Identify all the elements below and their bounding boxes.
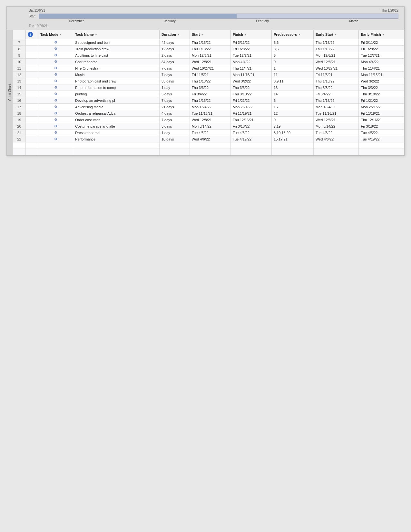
- table-row[interactable]: 15⚙printing5 daysFri 3/4/22Thu 3/10/2214…: [13, 91, 404, 97]
- col-task-mode[interactable]: Task Mode ▼: [38, 30, 73, 39]
- row-number: 9: [13, 52, 26, 59]
- finish-cell: Fri 11/19/21: [230, 110, 271, 117]
- finish-cell: Mon 4/4/22: [230, 59, 271, 65]
- predecessors-cell: 3,6: [272, 46, 314, 52]
- table-row[interactable]: 14⚙Enter information to comp1 dayThu 3/3…: [13, 84, 404, 91]
- row-info-cell: [26, 136, 38, 142]
- early-start-cell: Thu 1/13/22: [313, 97, 359, 104]
- task-name-cell: Costume parade and alte: [73, 123, 160, 130]
- early-start-cell: Thu 1/13/22: [313, 78, 359, 84]
- predecessors-sort-icon: ▼: [298, 33, 301, 36]
- task-name-sort-icon: ▼: [95, 33, 98, 36]
- start-cell: Wed 12/8/21: [190, 59, 230, 65]
- start-cell: Thu 1/13/22: [190, 78, 230, 84]
- task-mode-icon: ⚙: [54, 53, 57, 57]
- task-mode-cell: ⚙: [38, 59, 73, 65]
- early-start-sort-icon: ▼: [334, 33, 337, 36]
- col-early-start[interactable]: Early Start ▼: [313, 30, 359, 39]
- col-start[interactable]: Start ▼: [190, 30, 230, 39]
- table-row[interactable]: 20⚙Costume parade and alte5 daysMon 3/14…: [13, 123, 404, 130]
- row-info-cell: [26, 39, 38, 46]
- finish-cell: Thu 12/16/21: [230, 117, 271, 123]
- task-name-cell: Auditions to hire cast: [73, 52, 160, 59]
- early-start-cell: Wed 12/8/21: [313, 117, 359, 123]
- table-row[interactable]: 9⚙Auditions to hire cast2 daysMon 12/6/2…: [13, 52, 404, 59]
- early-finish-cell: Thu 3/3/22: [359, 84, 404, 91]
- duration-cell: 2 days: [159, 52, 190, 59]
- task-mode-cell: ⚙: [38, 130, 73, 136]
- table-row[interactable]: 18⚙Orchestra rehearsal Adva4 daysTue 11/…: [13, 110, 404, 117]
- start-cell: Wed 4/6/22: [190, 136, 230, 142]
- task-mode-cell: ⚙: [38, 84, 73, 91]
- task-mode-cell: ⚙: [38, 123, 73, 130]
- table-row[interactable]: 22⚙Performance10 daysWed 4/6/22Tue 4/19/…: [13, 136, 404, 142]
- col-info: i: [26, 30, 38, 39]
- task-mode-cell: ⚙: [38, 136, 73, 142]
- early-start-cell: Wed 10/27/21: [313, 65, 359, 72]
- table-row[interactable]: 11⚙Hire Orchestra7 daysWed 10/27/21Thu 1…: [13, 65, 404, 72]
- empty-row: [13, 149, 404, 155]
- table-row[interactable]: 17⚙Advertising media21 daysMon 1/24/22Mo…: [13, 104, 404, 110]
- col-finish[interactable]: Finish ▼: [230, 30, 271, 39]
- col-predecessors[interactable]: Predecessors ▼: [272, 30, 314, 39]
- finish-cell: Tue 4/5/22: [230, 130, 271, 136]
- early-start-cell: Thu 3/3/22: [313, 84, 359, 91]
- table-row[interactable]: 21⚙Dress rehearsal1 dayTue 4/5/22Tue 4/5…: [13, 130, 404, 136]
- row-number: 13: [13, 78, 26, 84]
- early-finish-cell: Fri 3/11/22: [359, 39, 404, 46]
- task-name-cell: Advertising media: [73, 104, 160, 110]
- task-name-cell: Enter information to comp: [73, 84, 160, 91]
- early-start-cell: Mon 1/24/22: [313, 104, 359, 110]
- duration-cell: 12 days: [159, 46, 190, 52]
- task-mode-icon: ⚙: [54, 105, 57, 109]
- month-february: February: [256, 19, 269, 23]
- start-cell: Mon 12/6/21: [190, 52, 230, 59]
- predecessors-cell: 11: [272, 72, 314, 78]
- outer-container: Sat 11/6/21 Thu 1/20/22 Start December J…: [0, 0, 411, 532]
- task-name-cell: Orchestra rehearsal Adva: [73, 110, 160, 117]
- row-info-cell: [26, 65, 38, 72]
- task-mode-icon: ⚙: [54, 137, 57, 141]
- early-finish-cell: Tue 4/5/22: [359, 130, 404, 136]
- start-cell: Thu 1/13/22: [190, 39, 230, 46]
- table-row[interactable]: 10⚙Cast rehearsal84 daysWed 12/8/21Mon 4…: [13, 59, 404, 65]
- early-finish-cell: Tue 4/19/22: [359, 136, 404, 142]
- row-number: 14: [13, 84, 26, 91]
- duration-cell: 4 days: [159, 110, 190, 117]
- finish-cell: Fri 3/11/22: [230, 39, 271, 46]
- table-row[interactable]: 12⚙Music7 daysFri 11/5/21Mon 11/15/2111F…: [13, 72, 404, 78]
- col-early-finish[interactable]: Early Finish ▼: [359, 30, 404, 39]
- finish-cell: Mon 2/21/22: [230, 104, 271, 110]
- predecessors-cell: 7,19: [272, 123, 314, 130]
- gantt-table: i Task Mode ▼ Task Name: [13, 30, 404, 155]
- task-mode-icon: ⚙: [54, 79, 57, 83]
- table-row[interactable]: 8⚙Train production crew12 daysThu 1/13/2…: [13, 46, 404, 52]
- duration-cell: 7 days: [159, 65, 190, 72]
- early-finish-cell: Fri 3/18/22: [359, 123, 404, 130]
- duration-cell: 84 days: [159, 59, 190, 65]
- start-cell: Wed 10/27/21: [190, 65, 230, 72]
- row-number: 15: [13, 91, 26, 97]
- task-name-cell: Order costumes: [73, 117, 160, 123]
- early-finish-cell: Mon 2/21/22: [359, 104, 404, 110]
- task-name-cell: Develop an advertising pl: [73, 97, 160, 104]
- early-finish-cell: Fri 1/28/22: [359, 46, 404, 52]
- predecessors-cell: 6: [272, 97, 314, 104]
- table-row[interactable]: 16⚙Develop an advertising pl7 daysThu 1/…: [13, 97, 404, 104]
- duration-sort-icon: ▼: [177, 33, 180, 36]
- col-task-name[interactable]: Task Name ▼: [73, 30, 160, 39]
- task-mode-icon: ⚙: [54, 47, 57, 51]
- row-number: 8: [13, 46, 26, 52]
- task-name-cell: Music: [73, 72, 160, 78]
- month-january: January: [164, 19, 176, 23]
- start-cell: Thu 1/13/22: [190, 97, 230, 104]
- start-cell: Fri 11/5/21: [190, 72, 230, 78]
- finish-cell: Fri 3/18/22: [230, 123, 271, 130]
- row-number: 10: [13, 59, 26, 65]
- table-row[interactable]: 19⚙Order costumes7 daysWed 12/8/21Thu 12…: [13, 117, 404, 123]
- start-cell: Wed 12/8/21: [190, 117, 230, 123]
- col-duration[interactable]: Duration ▼: [159, 30, 190, 39]
- row-number: 12: [13, 72, 26, 78]
- table-row[interactable]: 13⚙Photograph cast and crew35 daysThu 1/…: [13, 78, 404, 84]
- table-row[interactable]: 7⚙Set designed and built42 daysThu 1/13/…: [13, 39, 404, 46]
